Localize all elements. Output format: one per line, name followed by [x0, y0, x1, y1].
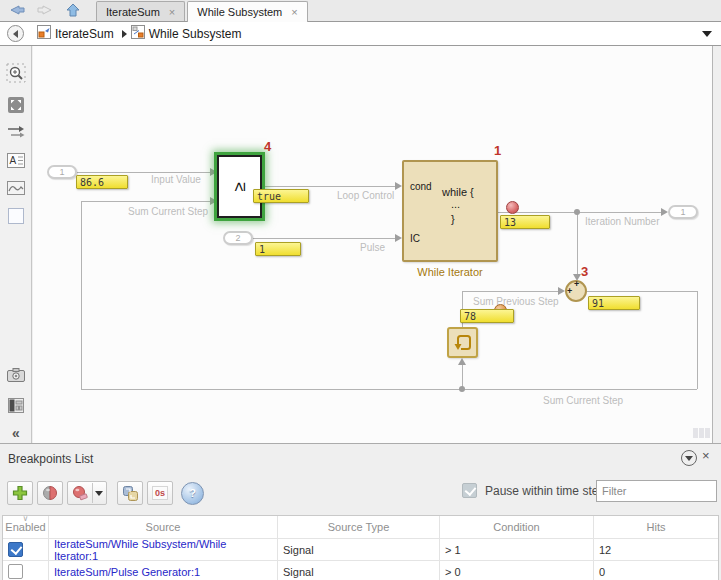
inport-2[interactable]: 2 [223, 231, 253, 245]
collapse-palette-icon[interactable]: « [5, 422, 27, 444]
wire [587, 291, 697, 292]
hits-cell: 0 [594, 561, 718, 580]
enabled-checkbox[interactable] [8, 542, 23, 557]
add-breakpoint-button[interactable] [7, 481, 33, 505]
breakpoints-table: ∨Enabled Source Source Type Condition Hi… [2, 515, 719, 580]
sum-plus-top: + [574, 279, 579, 289]
wire-arrow [458, 358, 466, 365]
subsystem-icon [131, 25, 145, 43]
clear-dropdown-icon[interactable] [95, 491, 103, 496]
wire [577, 212, 578, 274]
wire-arrow [210, 168, 217, 176]
tab-close-icon[interactable]: × [169, 7, 175, 17]
help-icon: ? [189, 487, 196, 499]
up-arrow-icon[interactable] [62, 1, 84, 19]
condition-cell[interactable]: > 0 [440, 561, 594, 580]
tab-iteratesum[interactable]: IterateSum × [96, 1, 185, 21]
header-hits[interactable]: Hits [594, 516, 718, 538]
refresh-breakpoints-button[interactable] [117, 481, 143, 505]
panel-menu-icon[interactable] [681, 450, 697, 466]
relational-operator-block[interactable]: ≥ [217, 155, 262, 218]
value-badge-sum-previous: 78 [460, 309, 514, 323]
wire [81, 389, 697, 390]
camera-icon[interactable] [5, 364, 27, 386]
annotation-1: 1 [494, 143, 501, 158]
forward-arrow-icon[interactable] [34, 1, 56, 19]
value-badge-loop-control: true [253, 189, 309, 203]
label-sum-current-upper: Sum Current Step [128, 206, 208, 217]
tab-close-icon[interactable]: × [291, 7, 297, 17]
tab-while-subsystem[interactable]: While Subsystem × [187, 1, 307, 22]
source-link[interactable]: IterateSum/Pulse Generator:1 [54, 566, 200, 578]
breakpoints-panel: Breakpoints List × 0s ? [0, 443, 721, 580]
panel-close-icon[interactable]: × [702, 448, 710, 463]
branch-dot [459, 386, 465, 392]
while-text-line2: ... [451, 198, 460, 210]
simulink-window: IterateSum × While Subsystem × IterateSu… [0, 0, 721, 580]
enabled-cell [3, 539, 49, 560]
hide-explorer-bar-button[interactable] [7, 25, 24, 42]
breakpoints-toolbar: 0s ? [7, 481, 204, 505]
source-link[interactable]: IterateSum/While Subsystem/While Iterato… [54, 538, 272, 562]
clear-breakpoints-button[interactable] [67, 481, 107, 505]
wire [81, 201, 211, 202]
memory-block[interactable] [447, 327, 478, 358]
wire-arrow [661, 208, 668, 216]
breakpoint-marker[interactable] [506, 201, 519, 214]
source-cell: IterateSum/Pulse Generator:1 [49, 561, 278, 580]
model-browser-icon[interactable] [5, 394, 27, 416]
while-iterator-block[interactable]: cond IC while { ... } [402, 160, 498, 262]
wire [462, 291, 559, 292]
annotation-icon[interactable]: A [5, 149, 27, 171]
enabled-checkbox[interactable] [8, 564, 23, 579]
breadcrumb-subsystem[interactable]: While Subsystem [149, 27, 242, 41]
help-button[interactable]: ? [181, 482, 204, 505]
outport-1[interactable]: 1 [668, 205, 698, 219]
canvas-corner-grip [693, 428, 710, 438]
pause-checkbox[interactable] [462, 483, 477, 498]
back-arrow-icon[interactable] [6, 1, 28, 19]
inport-1[interactable]: 1 [47, 165, 77, 179]
tab-label: While Subsystem [197, 6, 282, 18]
header-source[interactable]: Source [49, 516, 278, 538]
signal-lines-icon[interactable] [5, 121, 27, 143]
header-enabled[interactable]: ∨Enabled [3, 516, 49, 538]
sum-plus-left: + [567, 286, 572, 296]
wire [77, 172, 211, 173]
hits-cell: 12 [594, 539, 718, 560]
label-pulse: Pulse [360, 242, 385, 253]
breadcrumb-dropdown-icon[interactable] [702, 31, 712, 37]
svg-text:A: A [10, 155, 17, 166]
breadcrumb-model[interactable]: IterateSum [55, 27, 114, 41]
filter-input[interactable] [596, 480, 717, 502]
wire-arrow [395, 234, 402, 242]
value-badge-pulse: 1 [255, 242, 301, 256]
disable-breakpoints-button[interactable] [37, 481, 63, 505]
scope-image-icon[interactable] [5, 177, 27, 199]
branch-dot [574, 209, 580, 215]
model-canvas[interactable]: 1 2 1 ≥ 4 cond IC while { ... } While It… [33, 46, 713, 443]
header-source-type[interactable]: Source Type [278, 516, 440, 538]
wire-arrow [210, 197, 217, 205]
header-condition[interactable]: Condition [440, 516, 594, 538]
wire-arrow [558, 287, 565, 295]
source-cell: IterateSum/While Subsystem/While Iterato… [49, 539, 278, 560]
pause-time-button[interactable]: 0s [147, 481, 173, 505]
pause-within-time-step: Pause within time step [462, 483, 605, 498]
wire [253, 238, 395, 239]
while-text-line3: } [451, 213, 455, 225]
fit-to-view-icon[interactable] [5, 94, 27, 116]
cond-port-label: cond [410, 181, 432, 192]
table-row[interactable]: IterateSum/While Subsystem/While Iterato… [3, 538, 718, 560]
label-sum-previous: Sum Previous Step [473, 296, 559, 307]
tab-bar: IterateSum × While Subsystem × [0, 0, 721, 22]
pause-label: Pause within time step [485, 484, 605, 498]
port-label: 2 [235, 233, 240, 243]
value-badge-sum-output: 91 [588, 296, 640, 310]
table-row[interactable]: IterateSum/Pulse Generator:1 Signal > 0 … [3, 560, 718, 580]
wire [498, 212, 662, 213]
empty-area-icon[interactable] [5, 205, 27, 227]
condition-cell[interactable]: > 1 [440, 539, 594, 560]
source-type-cell: Signal [278, 539, 440, 560]
zoom-region-icon[interactable] [5, 62, 27, 84]
